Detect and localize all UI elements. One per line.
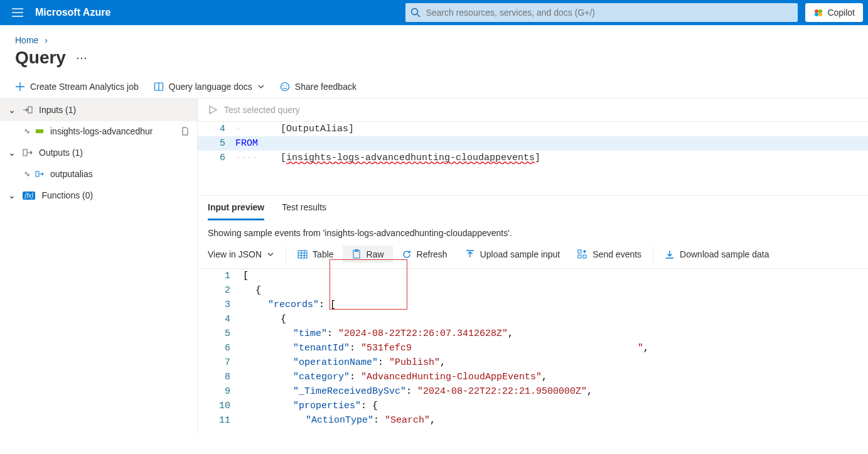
svg-rect-14 <box>36 171 39 176</box>
svg-point-10 <box>286 85 287 87</box>
showing-message: Showing sample events from 'insights-log… <box>198 220 868 241</box>
play-icon[interactable] <box>208 105 218 115</box>
outputs-icon <box>23 148 33 158</box>
page-title: Query <box>15 48 66 68</box>
svg-rect-13 <box>23 149 27 156</box>
feedback-button[interactable]: Share feedback <box>280 82 356 92</box>
svg-rect-23 <box>578 255 581 258</box>
send-events-button[interactable]: Send events <box>569 246 650 263</box>
sidebar-outputs-header[interactable]: ⌄ Outputs (1) <box>0 141 197 164</box>
hamburger-icon[interactable] <box>5 0 30 25</box>
link-icon <box>23 170 31 178</box>
svg-point-0 <box>412 9 418 15</box>
copilot-button[interactable]: Copilot <box>805 3 863 22</box>
search-icon <box>410 8 421 18</box>
sidebar: ⌄ Inputs (1) insights-logs-advancedhur ⌄… <box>0 99 198 435</box>
function-icon: {fx} <box>23 192 35 200</box>
inputs-icon <box>23 105 33 115</box>
sidebar-item-label: Outputs (1) <box>39 148 83 158</box>
preview-toolbar: View in JSON Table Raw Refresh Upload sa… <box>198 241 868 269</box>
chevron-right-icon: › <box>45 35 48 45</box>
refresh-icon <box>402 249 412 259</box>
download-button[interactable]: Download sample data <box>656 246 778 263</box>
line-number: 4 <box>198 122 235 136</box>
topbar: Microsoft Azure Copilot <box>0 0 868 25</box>
chevron-down-icon: ⌄ <box>8 190 16 200</box>
query-editor[interactable]: 4 · [OutputAlias] 5 FROM 6 ···· [insight… <box>198 122 868 196</box>
upload-button[interactable]: Upload sample input <box>456 246 569 263</box>
search-box[interactable] <box>405 3 798 22</box>
brand-label: Microsoft Azure <box>35 7 110 18</box>
sidebar-inputs-header[interactable]: ⌄ Inputs (1) <box>0 99 197 121</box>
test-query-row: Test selected query <box>198 99 868 122</box>
sidebar-item-label: Functions (0) <box>41 190 93 200</box>
tab-test-results[interactable]: Test results <box>282 202 326 220</box>
refresh-button[interactable]: Refresh <box>393 246 456 263</box>
svg-rect-12 <box>36 129 43 133</box>
svg-point-5 <box>818 13 822 16</box>
svg-point-4 <box>815 13 818 16</box>
svg-line-1 <box>417 14 421 18</box>
table-icon <box>297 249 308 259</box>
smile-icon <box>280 82 290 92</box>
chevron-down-icon <box>267 251 274 258</box>
sidebar-functions-header[interactable]: ⌄ {fx} Functions (0) <box>0 184 197 207</box>
test-query-label[interactable]: Test selected query <box>224 105 300 115</box>
sidebar-input-item[interactable]: insights-logs-advancedhur <box>0 121 197 141</box>
breadcrumb: Home › <box>0 25 868 45</box>
title-row: Query ⋯ <box>0 45 868 75</box>
preview-tabs: Input preview Test results <box>198 196 868 220</box>
create-job-button[interactable]: Create Stream Analytics job <box>15 82 139 92</box>
svg-rect-22 <box>578 250 581 253</box>
more-icon[interactable]: ⋯ <box>76 51 87 65</box>
view-in-json-dropdown[interactable]: View in JSON <box>208 246 283 263</box>
line-number: 5 <box>198 136 235 151</box>
svg-rect-15 <box>298 251 307 258</box>
docs-button[interactable]: Query language docs <box>154 82 265 92</box>
page-toolbar: Create Stream Analytics job Query langua… <box>0 75 868 99</box>
svg-rect-11 <box>28 107 32 113</box>
content-pane: Test selected query 4 · [OutputAlias] 5 … <box>198 99 868 435</box>
download-icon <box>665 249 675 259</box>
copilot-icon <box>813 8 823 18</box>
main-split: ⌄ Inputs (1) insights-logs-advancedhur ⌄… <box>0 99 868 435</box>
sidebar-item-label: Inputs (1) <box>39 105 76 115</box>
chevron-down-icon: ⌄ <box>8 148 16 158</box>
svg-point-8 <box>281 83 289 91</box>
file-icon <box>181 127 190 136</box>
sidebar-output-item[interactable]: outputalias <box>0 164 197 184</box>
link-icon <box>23 127 31 136</box>
raw-view-button[interactable]: Raw <box>343 246 393 263</box>
book-icon <box>154 82 164 92</box>
plus-icon <box>15 82 25 92</box>
clipboard-icon <box>351 249 362 259</box>
svg-rect-24 <box>583 255 586 258</box>
breadcrumb-home[interactable]: Home <box>15 35 38 45</box>
grid-plus-icon <box>577 249 587 259</box>
svg-point-9 <box>283 85 284 87</box>
sidebar-item-label: outputalias <box>50 169 93 179</box>
upload-icon <box>465 249 475 259</box>
eventhub-icon <box>35 127 44 136</box>
tab-input-preview[interactable]: Input preview <box>208 202 264 220</box>
chevron-down-icon: ⌄ <box>8 105 16 115</box>
sidebar-item-label: insights-logs-advancedhur <box>50 126 153 136</box>
json-viewer[interactable]: 1[ 2{ 3"records": [ 4{ 5"time": "2024-08… <box>198 269 868 428</box>
chevron-down-icon <box>257 83 265 90</box>
search-input[interactable] <box>426 8 793 18</box>
output-icon <box>35 170 44 178</box>
table-view-button[interactable]: Table <box>289 246 342 263</box>
line-number: 6 <box>198 151 235 165</box>
